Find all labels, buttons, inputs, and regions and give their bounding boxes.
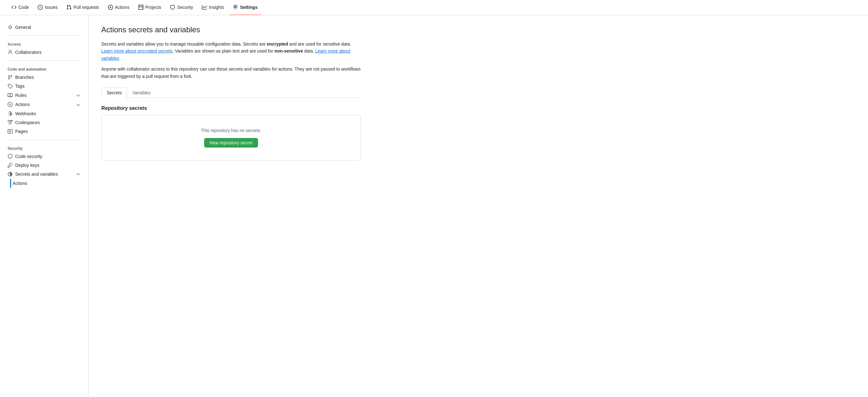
code-security-icon (8, 154, 13, 159)
desc-bold1: encrypted (267, 41, 288, 47)
nav-actions-label: Actions (115, 5, 129, 10)
sidebar-item-collaborators[interactable]: Collaborators (5, 48, 83, 57)
sidebar-item-webhooks[interactable]: Webhooks (5, 109, 83, 118)
nav-settings-label: Settings (240, 5, 257, 10)
nav-code[interactable]: Code (8, 0, 33, 15)
webhook-icon (8, 111, 13, 116)
sidebar-item-branches[interactable]: Branches (5, 73, 83, 82)
desc-part4: data. (303, 49, 315, 54)
codespaces-icon (8, 120, 13, 125)
sidebar-general-label: General (15, 25, 31, 30)
learn-secrets-link[interactable]: Learn more about encrypted secrets (101, 49, 173, 54)
actions-icon (108, 5, 113, 10)
nav-projects[interactable]: Projects (134, 0, 165, 15)
nav-projects-label: Projects (145, 5, 161, 10)
sidebar-codespaces-label: Codespaces (15, 120, 40, 125)
desc-part3: . Variables are shown as plain text and … (173, 49, 275, 54)
sidebar: General Access Collaborators Code and au… (0, 15, 89, 397)
tab-secrets[interactable]: Secrets (101, 87, 127, 98)
sidebar-divider-1 (8, 35, 81, 36)
projects-icon (138, 5, 144, 10)
tag-icon (8, 84, 13, 89)
nav-actions[interactable]: Actions (104, 0, 133, 15)
secrets-icon (8, 172, 13, 177)
sidebar-tags-label: Tags (15, 84, 25, 89)
security-icon (170, 5, 175, 10)
sidebar-branches-label: Branches (15, 75, 34, 80)
sidebar-access-section: Access (5, 39, 83, 48)
sidebar-divider-2 (8, 60, 81, 61)
secrets-box: This repository has no secrets. New repo… (101, 115, 361, 160)
sidebar-webhooks-label: Webhooks (15, 111, 36, 116)
main-content: Actions secrets and variables Secrets an… (89, 15, 374, 397)
top-nav: Code Issues Pull requests Actions (0, 0, 868, 15)
desc-bold2: non-sensitive (275, 49, 303, 54)
sidebar-item-codespaces[interactable]: Codespaces (5, 118, 83, 127)
settings-icon (233, 5, 238, 10)
sidebar-item-deploy-keys[interactable]: Deploy keys (5, 161, 83, 170)
tabs-container: Secrets Variables (101, 87, 361, 98)
sidebar-item-actions[interactable]: Actions (5, 100, 83, 109)
repo-secrets-title: Repository secrets (101, 105, 361, 111)
desc-part5: . (119, 56, 120, 61)
sidebar-secrets-vars-label: Secrets and variables (15, 172, 58, 177)
person-icon (8, 50, 13, 55)
empty-secrets-text: This repository has no secrets. (201, 128, 261, 133)
nav-insights[interactable]: Insights (198, 0, 228, 15)
sidebar-collaborators-label: Collaborators (15, 50, 41, 55)
rules-icon (8, 93, 13, 98)
branch-icon (8, 75, 13, 80)
sidebar-actions-label: Actions (15, 102, 30, 107)
sidebar-pages-label: Pages (15, 129, 28, 134)
collaborator-note: Anyone with collaborator access to this … (101, 65, 361, 80)
nav-pr-label: Pull requests (73, 5, 99, 10)
sidebar-item-tags[interactable]: Tags (5, 82, 83, 91)
desc-part1: Secrets and variables allow you to manag… (101, 41, 267, 47)
issues-icon (38, 5, 43, 10)
sidebar-item-pages[interactable]: Pages (5, 127, 83, 136)
nav-code-label: Code (18, 5, 29, 10)
nav-issues-label: Issues (44, 5, 57, 10)
actions-side-icon (8, 102, 13, 107)
page-title: Actions secrets and variables (101, 25, 361, 34)
sidebar-item-rules[interactable]: Rules (5, 91, 83, 100)
sidebar-deploy-keys-label: Deploy keys (15, 163, 39, 168)
secrets-chevron-up-icon (76, 172, 81, 177)
tab-variables[interactable]: Variables (127, 87, 156, 98)
pr-icon (66, 5, 71, 10)
nav-issues[interactable]: Issues (34, 0, 61, 15)
sidebar-item-secrets-vars[interactable]: Secrets and variables (5, 170, 83, 179)
page-layout: General Access Collaborators Code and au… (0, 15, 868, 397)
sidebar-divider-3 (8, 140, 81, 140)
secrets-submenu: Actions (8, 179, 83, 188)
nav-insights-label: Insights (209, 5, 224, 10)
sidebar-actions-sub-label: Actions (13, 181, 27, 186)
new-secret-button[interactable]: New repository secret (204, 138, 258, 148)
actions-chevron-icon (76, 102, 81, 107)
key-icon (8, 163, 13, 168)
code-icon (11, 5, 17, 10)
sidebar-item-general[interactable]: General (5, 23, 83, 32)
gear-icon (8, 25, 13, 30)
rules-chevron-icon (76, 92, 81, 98)
nav-security-label: Security (177, 5, 193, 10)
description-block: Secrets and variables allow you to manag… (101, 40, 361, 80)
sidebar-code-security-label: Code security (15, 154, 42, 159)
nav-security[interactable]: Security (166, 0, 197, 15)
sidebar-security-section: Security (5, 144, 83, 152)
sidebar-item-code-security[interactable]: Code security (5, 152, 83, 161)
nav-settings[interactable]: Settings (229, 0, 261, 15)
sidebar-item-actions-sub[interactable]: Actions (10, 179, 83, 188)
desc-part2: and are used for sensitive data. (288, 41, 351, 47)
nav-pullrequests[interactable]: Pull requests (63, 0, 103, 15)
sidebar-rules-label: Rules (15, 93, 27, 98)
insights-icon (202, 5, 207, 10)
pages-icon (8, 129, 13, 134)
sidebar-code-section: Code and automation (5, 65, 83, 73)
